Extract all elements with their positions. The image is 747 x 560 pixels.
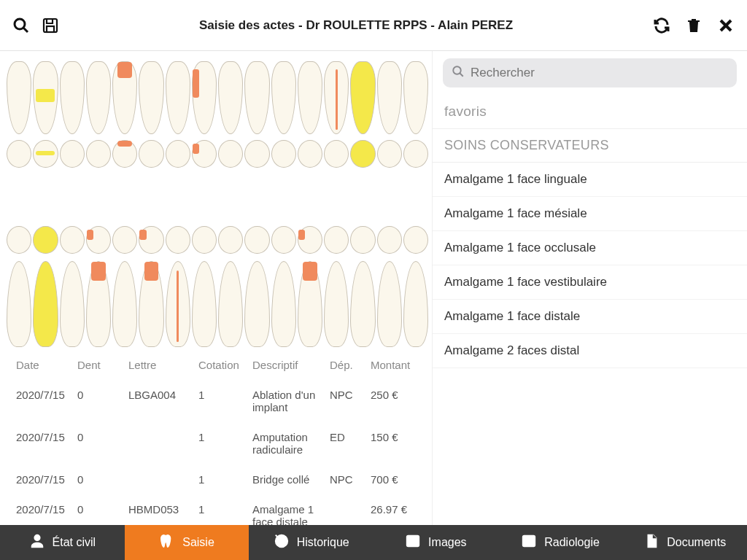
- tab-label: Saisie: [182, 536, 214, 549]
- image-icon: [405, 533, 421, 552]
- tab-label: Documents: [667, 536, 726, 549]
- tab-label: Historique: [297, 536, 349, 549]
- acts-table-wrap: Date Dent Lettre Cotation Descriptif Dép…: [6, 353, 429, 525]
- tooth-icon: [159, 533, 175, 552]
- search-icon[interactable]: [12, 16, 31, 35]
- th-date: Date: [13, 353, 74, 380]
- act-item[interactable]: Amalgame 1 face occlusale: [433, 231, 747, 265]
- cell-date: 2020/7/15: [13, 464, 74, 494]
- cell-lettre: LBGA004: [125, 380, 196, 422]
- cell-cotation: 1: [196, 464, 249, 494]
- page-title: Saisie des actes - Dr ROULETTE RPPS - Al…: [60, 18, 652, 33]
- cell-lettre: [125, 464, 196, 494]
- category-header[interactable]: SOINS CONSERVATEURS: [433, 129, 747, 163]
- search-input[interactable]: [471, 66, 728, 80]
- tab-etat-civil[interactable]: État civil: [0, 525, 125, 560]
- lower-arch-occlusal: [6, 223, 429, 258]
- svg-rect-3: [47, 26, 54, 32]
- document-icon: [643, 533, 659, 552]
- cell-dep: ED: [327, 422, 368, 464]
- header-bar: Saisie des actes - Dr ROULETTE RPPS - Al…: [0, 0, 747, 51]
- cell-dep: NPC: [327, 380, 368, 422]
- header-left-group: [12, 16, 60, 35]
- table-header-row: Date Dent Lettre Cotation Descriptif Dép…: [13, 353, 429, 380]
- svg-point-6: [453, 66, 461, 74]
- cell-montant: 26.97 €: [368, 494, 429, 525]
- cell-cotation: 1: [196, 494, 249, 525]
- th-montant: Montant: [368, 353, 429, 380]
- act-item[interactable]: Amalgame 2 faces distal: [433, 334, 747, 368]
- image-icon: [521, 533, 537, 552]
- acts-list: Amalgame 1 face lingualeAmalgame 1 face …: [433, 163, 747, 368]
- table-row[interactable]: 2020/7/1501Bridge colléNPC700 €: [13, 464, 429, 494]
- act-item[interactable]: Amalgame 1 face vestibulaire: [433, 265, 747, 300]
- cell-cotation: 1: [196, 422, 249, 464]
- svg-point-10: [410, 538, 413, 541]
- svg-line-1: [23, 28, 28, 32]
- cell-lettre: HBMD053: [125, 494, 196, 525]
- svg-point-0: [15, 19, 25, 29]
- th-dep: Dép.: [327, 353, 368, 380]
- search-wrap: [433, 51, 747, 95]
- tab-saisie[interactable]: Saisie: [125, 525, 249, 560]
- cell-dep: [327, 494, 368, 525]
- main-split: Date Dent Lettre Cotation Descriptif Dép…: [0, 51, 747, 525]
- cell-dent: 0: [74, 494, 125, 525]
- svg-point-12: [526, 538, 529, 541]
- right-pane: favoris SOINS CONSERVATEURS Amalgame 1 f…: [432, 51, 747, 525]
- lower-arch-crowns: [6, 261, 429, 347]
- dental-chart[interactable]: [6, 55, 429, 353]
- cell-descriptif: Bridge collé: [249, 464, 327, 494]
- table-row[interactable]: 2020/7/150LBGA0041Ablation d'un implantN…: [13, 380, 429, 422]
- search-input-icon: [452, 65, 465, 81]
- search-field[interactable]: [443, 58, 737, 88]
- table-row[interactable]: 2020/7/150HBMD0531Amalgame 1 face distal…: [13, 494, 429, 525]
- tab-documents[interactable]: Documents: [622, 525, 747, 560]
- act-item[interactable]: Amalgame 1 face mésiale: [433, 197, 747, 231]
- tab-label: Images: [428, 536, 466, 549]
- tab-historique[interactable]: Historique: [249, 525, 374, 560]
- tab-radiologie[interactable]: Radiologie: [498, 525, 623, 560]
- tab-images[interactable]: Images: [374, 525, 498, 560]
- favorites-header[interactable]: favoris: [433, 95, 747, 129]
- cell-dep: NPC: [327, 464, 368, 494]
- th-dent: Dent: [74, 353, 125, 380]
- th-cotation: Cotation: [196, 353, 249, 380]
- header-right-group: [652, 16, 735, 35]
- cell-descriptif: Amputation radiculaire: [249, 422, 327, 464]
- clock-icon: [274, 533, 290, 552]
- cell-dent: 0: [74, 422, 125, 464]
- tab-label: Radiologie: [544, 536, 600, 549]
- delete-icon[interactable]: [684, 16, 703, 35]
- cell-descriptif: Ablation d'un implant: [249, 380, 327, 422]
- acts-table: Date Dent Lettre Cotation Descriptif Dép…: [13, 353, 429, 525]
- cell-cotation: 1: [196, 380, 249, 422]
- act-item[interactable]: Amalgame 1 face linguale: [433, 163, 747, 197]
- cell-descriptif: Amalgame 1 face distale: [249, 494, 327, 525]
- tab-label: État civil: [53, 536, 96, 549]
- cell-montant: 700 €: [368, 464, 429, 494]
- svg-line-7: [460, 73, 463, 77]
- left-pane: Date Dent Lettre Cotation Descriptif Dép…: [0, 51, 432, 525]
- table-row[interactable]: 2020/7/1501Amputation radiculaireED150 €: [13, 422, 429, 464]
- cell-lettre: [125, 422, 196, 464]
- upper-arch-occlusal: [6, 137, 429, 172]
- cell-date: 2020/7/15: [13, 494, 74, 525]
- act-item[interactable]: Amalgame 1 face distale: [433, 300, 747, 334]
- cell-dent: 0: [74, 380, 125, 422]
- bottom-tabbar: État civilSaisieHistoriqueImagesRadiolog…: [0, 525, 747, 560]
- upper-arch-crowns: [6, 61, 429, 134]
- close-icon[interactable]: [716, 16, 735, 35]
- cell-dent: 0: [74, 464, 125, 494]
- person-icon: [29, 533, 45, 552]
- th-lettre: Lettre: [125, 353, 196, 380]
- cell-montant: 250 €: [368, 380, 429, 422]
- cell-date: 2020/7/15: [13, 422, 74, 464]
- save-icon[interactable]: [41, 16, 60, 35]
- refresh-icon[interactable]: [652, 16, 671, 35]
- cell-montant: 150 €: [368, 422, 429, 464]
- th-descriptif: Descriptif: [249, 353, 327, 380]
- cell-date: 2020/7/15: [13, 380, 74, 422]
